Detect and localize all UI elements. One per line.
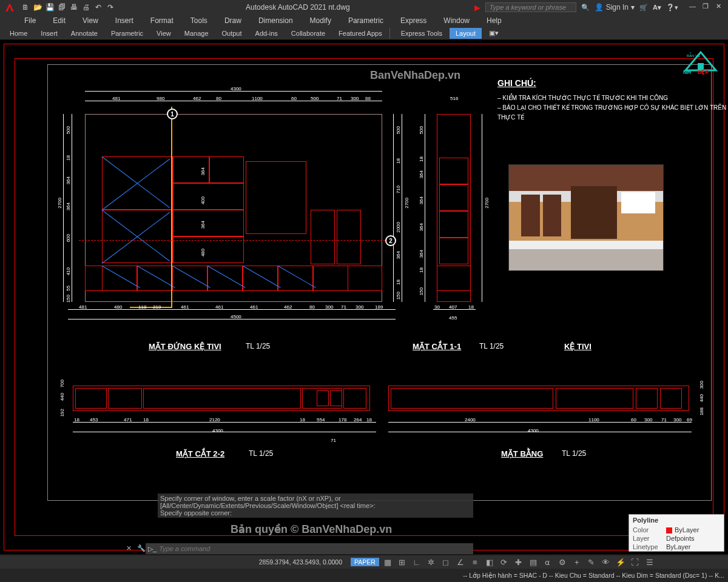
plot-icon[interactable]: 🖨 [81,2,91,12]
menu-window[interactable]: Window [443,16,470,25]
customize-icon[interactable]: ☰ [645,557,655,567]
autodesk-a-icon[interactable]: A▾ [653,4,661,12]
dynamic-input-icon[interactable]: ✚ [514,557,524,567]
search-input[interactable]: Type a keyword or phrase [485,2,576,12]
save-icon[interactable]: 💾 [45,2,55,12]
annotation-scale-icon[interactable]: ⍺ [543,557,553,567]
tab-featuredapps[interactable]: Featured Apps [332,28,390,39]
window-title: Autodesk AutoCAD 2021 nt.dwg [121,3,474,12]
menu-parametric[interactable]: Parametric [348,16,383,25]
tab-annotate[interactable]: Annotate [65,28,104,39]
tab-manage[interactable]: Manage [178,28,215,39]
plan-view: 2400 1100 60 300 71 300 69 4300 300 440 … [0,40,728,554]
ribbon-tabs: Home Insert Annotate Parametric View Man… [0,27,728,40]
quick-props-icon[interactable]: ▤ [528,557,538,567]
ortho-icon[interactable]: ∟ [412,557,422,567]
dim: 71 [661,417,667,423]
menu-help[interactable]: Help [487,16,502,25]
layer-status-bar: -- Lớp Hiện hành = SHAC - D -- Kieu Chu … [0,569,728,582]
hardware-accel-icon[interactable]: ⚡ [616,557,625,567]
menu-insert[interactable]: Insert [115,16,133,25]
tab-output[interactable]: Output [216,28,248,39]
signin-button[interactable]: 👤 Sign In ▾ [595,3,635,12]
close-icon[interactable]: ✕ [126,544,135,553]
menu-view[interactable]: View [83,16,98,25]
tab-view[interactable]: View [150,28,177,39]
dim: 1100 [588,417,599,423]
selection-cycling-icon[interactable]: ⟳ [499,557,509,567]
units-icon[interactable]: ✎ [587,557,596,567]
polar-icon[interactable]: ✲ [426,557,436,567]
properties-palette[interactable]: Polyline Color ByLayer Layer Defpoints L… [629,514,724,552]
view-scale-plan: TL 1/25 [562,449,586,458]
user-icon: 👤 [595,3,604,12]
redo-icon[interactable]: ↷ [106,2,115,12]
prop-row-linetype[interactable]: Linetype ByLayer [629,543,724,551]
help-icon[interactable]: ❔▾ [666,4,678,12]
tab-collapse-icon[interactable]: ▣▾ [483,27,505,39]
tab-collaborate[interactable]: Collaborate [285,28,331,39]
watermark-bottom: Bản quyền © BanVeNhaDep.vn [231,523,392,536]
open-icon[interactable]: 📂 [33,2,42,12]
dim: 69 [687,417,692,423]
menu-edit[interactable]: Edit [53,16,66,25]
workspace-icon[interactable]: ⚙ [558,557,567,567]
menu-format[interactable]: Format [150,16,174,25]
prop-row-layer[interactable]: Layer Defpoints [629,534,724,543]
isolate-icon[interactable]: 👁 [601,557,611,567]
search-icon[interactable]: 🔍 [581,4,590,12]
prop-row-color[interactable]: Color ByLayer [629,526,724,534]
menu-tools[interactable]: Tools [190,16,207,25]
titlebar: 🗎 📂 💾 🗐 🖶 🖨 ↶ ↷ Autodesk AutoCAD 2021 nt… [0,0,728,15]
tab-home[interactable]: Home [4,28,33,39]
otrack-icon[interactable]: ∠ [456,557,465,567]
close-button[interactable]: ✕ [716,2,726,12]
osnap-icon[interactable]: ◻ [441,557,451,567]
quick-access-toolbar: 🗎 📂 💾 🗐 🖶 🖨 ↶ ↷ [21,2,115,12]
transparency-icon[interactable]: ◧ [485,557,494,567]
command-input[interactable]: ▷_ Type a command [146,543,473,554]
clean-screen-icon[interactable]: ⛶ [630,557,640,567]
wrench-icon[interactable]: 🔧 [137,544,146,553]
tab-layout[interactable]: Layout [450,28,482,39]
dim: 300 [644,417,652,423]
saveas-icon[interactable]: 🗐 [57,2,67,12]
snap-icon[interactable]: ⊞ [397,557,407,567]
maximize-button[interactable]: ❐ [703,2,712,12]
menu-express[interactable]: Express [400,16,426,25]
grid-icon[interactable]: ▦ [383,557,393,567]
lineweight-icon[interactable]: ≡ [470,557,480,567]
dim: 440 [699,394,704,402]
exchange-icon[interactable]: 🛒 [639,4,648,12]
signin-label: Sign In [606,3,629,12]
space-toggle[interactable]: PAPER [351,558,379,566]
new-icon[interactable]: 🗎 [21,2,30,12]
cmd-toolbar: ✕ 🔧 [126,543,146,554]
menu-draw[interactable]: Draw [224,16,241,25]
cmd-line: Specify opposite corner: [160,509,471,517]
minimize-button[interactable]: ― [689,2,699,12]
cmd-line: [All/Center/Dynamic/Extents/Previous/Sca… [160,502,471,509]
menu-file[interactable]: File [24,16,36,25]
view-title-plan: MẶT BẰNG [501,449,543,458]
annotation-monitor-icon[interactable]: + [572,557,582,567]
undo-icon[interactable]: ↶ [93,2,103,12]
tab-addins[interactable]: Add-ins [249,28,284,39]
print-icon[interactable]: 🖶 [69,2,79,12]
drawing-canvas[interactable]: BanVeNhaDep.vn GHI CHÚ: – KIỂM TRA KÍCH … [0,40,728,554]
tab-insert[interactable]: Insert [35,28,64,39]
dim: 300 [699,381,704,389]
dim-total: 4300 [528,428,539,433]
color-swatch-icon [666,527,672,534]
tab-parametric[interactable]: Parametric [105,28,149,39]
menu-modify[interactable]: Modify [310,16,331,25]
coords-readout[interactable]: 2859.3794, 423.5493, 0.0000 [226,558,347,566]
command-hint: Type a command [159,545,210,552]
autocad-logo-icon[interactable] [2,0,17,15]
tab-expresstools[interactable]: Express Tools [395,28,448,39]
menu-dimension[interactable]: Dimension [258,16,293,25]
record-icon[interactable]: ▶ [474,3,480,12]
dim: 2400 [465,417,476,423]
dim: 60 [631,417,636,423]
command-prompt-icon: ▷_ [148,545,157,553]
